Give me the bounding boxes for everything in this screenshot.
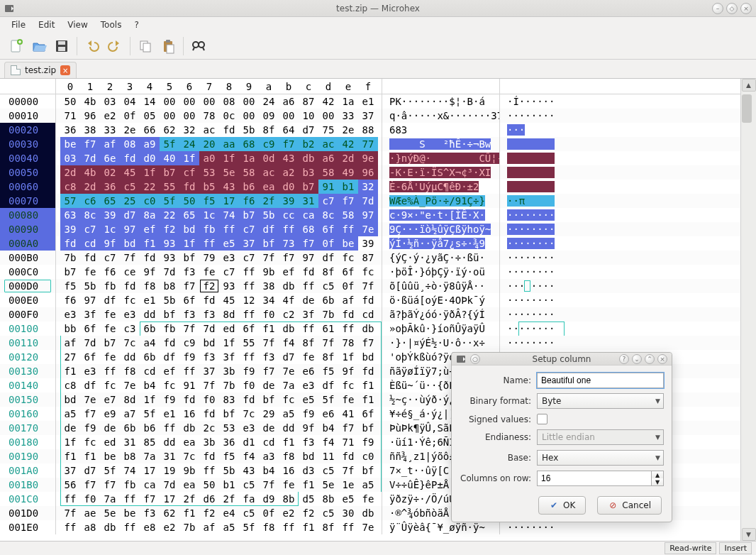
tab-bar: test.zip × [0,60,756,78]
spin-down-button[interactable]: ▼ [652,478,663,485]
svg-point-14 [193,42,199,48]
svg-point-15 [199,42,204,48]
setup-column-dialog: ○ Setup column ? ⌄ ⌃ × Name: Binary form… [451,352,672,522]
menu-edit[interactable]: Edit [33,18,60,31]
scroll-thumb[interactable] [742,94,752,123]
svg-rect-13 [167,45,174,53]
window-title: test.zip — Microhex [336,4,420,13]
menu-bar: File Edit View Tools ? [0,17,756,33]
endian-combo: Little endian▼ [537,429,664,445]
check-icon: ✔ [549,500,559,510]
svg-marker-8 [116,40,119,46]
cancel-icon: ⊘ [608,500,618,510]
save-button[interactable] [51,35,72,57]
menu-view[interactable]: View [62,18,93,31]
redo-button[interactable] [104,35,126,57]
tab-label: test.zip [25,65,56,75]
title-bar: test.zip — Microhex – ◇ × [0,0,756,17]
paste-button[interactable] [157,35,179,57]
chevron-down-icon: ▼ [655,454,660,461]
format-combo[interactable]: Byte▼ [537,393,664,409]
chevron-down-icon: ▼ [655,397,660,405]
dialog-pin-button[interactable]: ○ [470,354,480,364]
dialog-min-button[interactable]: ⌄ [632,354,642,364]
dialog-title: Setup column [533,354,591,364]
dialog-close-button[interactable]: × [657,354,667,364]
menu-file[interactable]: File [6,18,31,31]
svg-marker-7 [88,40,91,46]
scroll-down-button[interactable]: ▼ [742,528,756,541]
svg-rect-10 [143,43,150,52]
undo-button[interactable] [82,35,103,57]
scroll-up-button[interactable]: ▲ [742,79,756,92]
columns-spinbox[interactable]: ▲▼ [537,471,664,486]
status-mode: Read-write [665,542,716,554]
cols-label: Columns on row: [460,473,531,483]
signed-checkbox[interactable] [537,414,547,424]
svg-rect-6 [58,47,65,51]
file-icon [11,65,21,75]
format-label: Binary format: [460,396,531,406]
name-input[interactable] [537,373,664,388]
app-icon [4,4,14,13]
menu-help[interactable]: ? [128,18,144,31]
name-label: Name: [460,375,531,385]
cancel-button[interactable]: ⊘Cancel [597,496,662,515]
minimize-button[interactable]: – [712,3,723,14]
status-bar: Read-write Insert [0,541,756,555]
hex-column-header: 0123456789abcdef [0,79,740,94]
find-button[interactable] [188,35,209,57]
maximize-button[interactable]: ◇ [726,3,738,14]
dialog-icon [456,354,466,364]
menu-tools[interactable]: Tools [95,18,128,31]
ok-button[interactable]: ✔OK [538,496,586,515]
tab-close-button[interactable]: × [60,65,70,75]
copy-button[interactable] [135,35,156,57]
svg-rect-5 [58,41,65,45]
spin-up-button[interactable]: ▲ [652,471,663,478]
tab-test-zip[interactable]: test.zip × [4,62,77,78]
open-file-button[interactable] [28,35,50,57]
dialog-max-button[interactable]: ⌃ [645,354,655,364]
signed-label: Signed values: [460,414,531,424]
close-button[interactable]: × [740,3,752,14]
columns-input[interactable] [537,471,651,486]
svg-rect-12 [166,40,170,43]
vertical-scrollbar[interactable]: ▲ ▼ [740,79,756,541]
status-insert: Insert [719,542,752,554]
dialog-help-button[interactable]: ? [619,354,629,364]
base-combo[interactable]: Hex▼ [537,450,664,466]
endian-label: Endianess: [460,432,531,442]
chevron-down-icon: ▼ [655,434,660,441]
toolbar [0,33,756,60]
base-label: Base: [460,453,531,463]
new-file-button[interactable] [6,35,27,57]
